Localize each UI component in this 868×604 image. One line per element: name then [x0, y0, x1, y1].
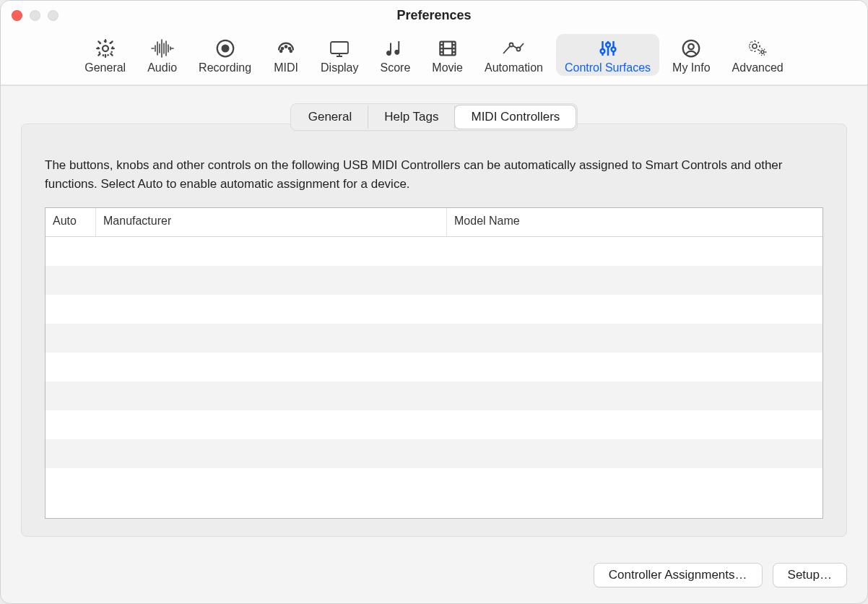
svg-point-19 — [761, 51, 764, 53]
table-row — [45, 468, 823, 497]
tab-help-tags[interactable]: Help Tags — [368, 105, 455, 129]
preferences-window: Preferences General Aud — [0, 0, 868, 604]
svg-point-4 — [285, 46, 287, 48]
preferences-body: General Help Tags MIDI Controllers The b… — [1, 86, 867, 548]
svg-point-11 — [517, 48, 521, 51]
svg-point-13 — [606, 43, 610, 47]
svg-point-6 — [280, 51, 282, 53]
record-icon — [214, 35, 236, 61]
table-row — [45, 295, 823, 324]
tab-midi-controllers[interactable]: MIDI Controllers — [455, 105, 576, 129]
waveform-icon — [150, 35, 175, 61]
person-circle-icon — [680, 35, 702, 61]
svg-point-20 — [760, 49, 766, 56]
svg-point-3 — [282, 48, 284, 50]
svg-point-0 — [103, 46, 108, 51]
gear-icon — [95, 35, 116, 61]
toolbar-item-recording[interactable]: Recording — [190, 34, 260, 76]
midi-controllers-table: Auto Manufacturer Model Name — [45, 207, 823, 519]
table-body[interactable] — [45, 237, 823, 518]
column-model-name[interactable]: Model Name — [447, 208, 823, 236]
toolbar-label: Audio — [147, 61, 177, 74]
film-icon — [437, 35, 459, 61]
svg-point-2 — [222, 46, 228, 52]
toolbar-item-movie[interactable]: Movie — [423, 34, 472, 76]
toolbar-label: Score — [381, 61, 411, 74]
svg-point-10 — [510, 43, 513, 47]
toolbar-item-advanced[interactable]: Advanced — [724, 34, 792, 76]
music-notes-icon — [384, 35, 406, 61]
toolbar-label: General — [84, 61, 126, 74]
column-auto[interactable]: Auto — [45, 208, 96, 236]
toolbar-item-automation[interactable]: Automation — [476, 34, 552, 76]
toolbar-label: My Info — [672, 61, 710, 74]
close-window-button[interactable] — [12, 10, 22, 21]
table-header: Auto Manufacturer Model Name — [45, 208, 823, 237]
window-controls — [12, 10, 58, 21]
toolbar-label: Movie — [432, 61, 463, 74]
toolbar-label: Control Surfaces — [565, 61, 651, 74]
footer-buttons: Controller Assignments… Setup… — [1, 548, 867, 603]
toolbar-item-general[interactable]: General — [76, 34, 134, 76]
table-row — [45, 381, 823, 410]
toolbar-label: Automation — [485, 61, 543, 74]
toolbar-label: Advanced — [732, 61, 784, 74]
svg-point-17 — [752, 44, 757, 48]
zoom-window-button[interactable] — [48, 10, 58, 21]
segmented-tabs: General Help Tags MIDI Controllers — [290, 103, 578, 131]
table-row — [45, 353, 823, 381]
tab-general[interactable]: General — [292, 105, 368, 129]
content-pane: The buttons, knobs and other controls on… — [21, 124, 847, 537]
svg-point-7 — [290, 51, 292, 53]
titlebar: Preferences — [1, 1, 867, 30]
automation-icon — [501, 35, 526, 61]
window-title: Preferences — [396, 8, 471, 23]
svg-point-16 — [689, 44, 695, 50]
column-manufacturer[interactable]: Manufacturer — [96, 208, 447, 236]
table-row — [45, 324, 823, 353]
svg-point-14 — [611, 47, 615, 51]
gears-icon — [746, 35, 769, 61]
preferences-toolbar: General Audio Recording — [1, 30, 867, 86]
toolbar-label: Recording — [199, 61, 251, 74]
toolbar-item-midi[interactable]: MIDI — [264, 34, 308, 76]
toolbar-label: Display — [321, 61, 358, 74]
midi-icon — [275, 35, 297, 61]
toolbar-item-control-surfaces[interactable]: Control Surfaces — [556, 34, 659, 76]
table-row — [45, 237, 823, 266]
svg-point-12 — [600, 49, 604, 53]
setup-button[interactable]: Setup… — [773, 563, 847, 587]
toolbar-item-score[interactable]: Score — [372, 34, 420, 76]
description-text: The buttons, knobs and other controls on… — [45, 156, 823, 194]
toolbar-item-audio[interactable]: Audio — [139, 34, 186, 76]
svg-rect-8 — [331, 42, 348, 53]
svg-point-18 — [750, 41, 760, 51]
display-icon — [328, 35, 351, 61]
sliders-icon — [597, 35, 619, 61]
table-row — [45, 410, 823, 439]
toolbar-label: MIDI — [274, 61, 298, 74]
table-row — [45, 439, 823, 468]
svg-point-5 — [289, 48, 291, 50]
minimize-window-button[interactable] — [30, 10, 40, 21]
toolbar-item-display[interactable]: Display — [312, 34, 367, 76]
controller-assignments-button[interactable]: Controller Assignments… — [594, 563, 763, 587]
table-row — [45, 266, 823, 295]
toolbar-item-my-info[interactable]: My Info — [664, 34, 719, 76]
